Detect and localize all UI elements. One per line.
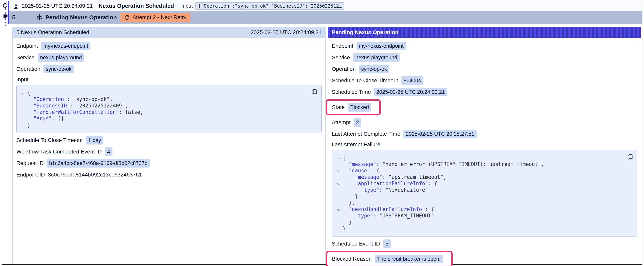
collapse-chevron-icon[interactable] [334, 180, 343, 185]
event-title: Nexus Operation Scheduled [99, 3, 174, 9]
code-line: "message": "upstream timeout", [334, 174, 625, 180]
field-label-attempt: Attempt [332, 119, 350, 126]
scheduled-event-panel: 5 Nexus Operation Scheduled 2025-02-25 U… [12, 27, 326, 265]
code-text: "Args": [] [27, 115, 64, 122]
code-gutter [19, 103, 27, 105]
code-text: "message": "upstream timeout", [343, 174, 446, 180]
code-line: } [334, 225, 625, 232]
fields-bottom: Scheduled Event ID5Blocked ReasonThe cir… [332, 239, 637, 266]
code-text: "type": "UPSTREAM_TIMEOUT" [343, 212, 434, 219]
field-value-scheduled-event-id: 5 [383, 239, 391, 248]
code-line: }, [334, 200, 625, 206]
field-label-scheduled-event-id: Scheduled Event ID [332, 241, 380, 247]
code-text: { [27, 90, 30, 96]
code-gutter [334, 193, 343, 195]
field-operation: Operationsync-op-ok [16, 65, 322, 73]
code-gutter [19, 115, 27, 118]
code-text: "nexusHandlerFailureInfo": { [343, 206, 434, 212]
field-label-endpoint: Endpoint [16, 43, 38, 49]
field-label-endpoint: Endpoint [332, 43, 354, 49]
code-text: } [343, 193, 358, 200]
field-value-blocked-reason: The circuit breaker is open. [375, 255, 443, 263]
fields-top: Endpointmy-nexus-endpointServicenexus-pl… [16, 42, 322, 73]
failure-json-viewer: { "message": "handler error (UPSTREAM_TI… [332, 150, 637, 236]
field-label-last-attempt-complete-time: Last Attempt Complete Time [332, 131, 400, 137]
field-label-blocked-reason: Blocked Reason [332, 256, 372, 262]
panel-title: Pending Nexus Operation [332, 29, 398, 36]
event-id-link[interactable]: 5 [14, 3, 18, 9]
field-value-endpoint-id[interactable]: 3c0c75ccfa8144b092c13ce632463761 [48, 172, 142, 178]
code-text: "type": "NexusFailure" [343, 187, 428, 193]
annotation-highlight-state: StateBlocked [326, 99, 381, 115]
code-line: } [334, 219, 625, 225]
collapse-chevron-icon[interactable] [334, 167, 343, 172]
code-text: { [343, 155, 346, 161]
retry-icon [124, 15, 130, 20]
field-label-schedule-to-close-timeout: Schedule To Close Timeout [332, 77, 398, 84]
code-line: { [19, 90, 310, 96]
field-label-endpoint-id: Endpoint ID [16, 172, 45, 178]
event-timestamp: 2025-02-25 UTC 20:24:09.21 [22, 3, 93, 9]
event-row-pending-nexus-operation[interactable]: 5 Pending Nexus Operation Attempt 2 • Ne… [9, 11, 642, 24]
field-value-endpoint: my-nexus-endpoint [356, 42, 406, 50]
field-attempt: Attempt2 [332, 118, 637, 127]
code-gutter [334, 219, 343, 221]
field-service: Servicenexus-playground [16, 53, 322, 62]
code-line: "HandlerWaitForCancellation": false, [19, 109, 310, 115]
code-text: } [27, 122, 30, 128]
collapse-chevron-icon[interactable] [334, 206, 343, 210]
field-value-service: nexus-playground [353, 53, 400, 62]
code-text: "applicationFailureInfo": { [343, 180, 437, 187]
last-attempt-failure-label: Last Attempt Failure [332, 141, 637, 148]
field-value-endpoint: my-nexus-endpoint [41, 42, 91, 50]
pending-operation-panel-body: Endpointmy-nexus-endpointServicenexus-pl… [328, 38, 641, 266]
workflow-event-history: 5 2025-02-25 UTC 20:24:09.21 Nexus Opera… [0, 0, 644, 266]
field-request-id: Request IDb1c6a4bc-8ee7-468a-9169-df3b02… [16, 159, 322, 167]
input-label: Input [182, 3, 193, 9]
code-text: "HandlerWaitForCancellation": false, [27, 109, 143, 115]
code-gutter [334, 200, 343, 202]
annotation-highlight-blocked-reason: Blocked ReasonThe circuit breaker is ope… [326, 251, 452, 266]
code-text: "message": "handler error (UPSTREAM_TIME… [343, 161, 544, 167]
timeline-node-open-icon [3, 3, 8, 8]
event-row-nexus-operation-scheduled[interactable]: 5 2025-02-25 UTC 20:24:09.21 Nexus Opera… [9, 1, 642, 11]
bottom-divider [2, 264, 642, 265]
scrollbar-track[interactable] [642, 1, 644, 266]
field-label-service: Service [332, 54, 350, 61]
copy-icon[interactable] [311, 89, 318, 96]
code-line: } [334, 193, 625, 200]
panel-title: 5 Nexus Operation Scheduled [16, 29, 89, 36]
field-scheduled-event-id: Scheduled Event ID5 [332, 239, 637, 248]
field-workflow-task-completed-event-id: Workflow Task Completed Event ID4 [16, 147, 322, 156]
field-endpoint-id: Endpoint ID3c0c75ccfa8144b092c13ce632463… [16, 170, 322, 179]
field-value-last-attempt-complete-time: 2025-02-25 UTC 20:25:27.51 [404, 130, 476, 138]
collapse-chevron-icon[interactable] [334, 155, 343, 159]
event-id-link[interactable]: 5 [12, 14, 16, 21]
code-line: "BusinessID": "20250225122409", [19, 103, 310, 109]
field-label-operation: Operation [332, 66, 356, 72]
pending-operation-panel-header: Pending Nexus Operation [328, 27, 641, 38]
field-operation: Operationsync-op-ok [332, 65, 637, 73]
code-line: "applicationFailureInfo": { [334, 180, 625, 187]
fields-top: Endpointmy-nexus-endpointServicenexus-pl… [332, 42, 637, 138]
copy-icon[interactable] [626, 153, 634, 161]
field-value-operation: sync-op-ok [359, 65, 389, 73]
code-line: "message": "handler error (UPSTREAM_TIME… [334, 161, 625, 167]
field-label-schedule-to-close-timeout: Schedule To Close Timeout [16, 137, 83, 143]
code-gutter [334, 161, 343, 163]
code-text: "Operation": "sync-op-ok", [27, 96, 113, 103]
field-service: Servicenexus-playground [332, 53, 637, 62]
code-line: "Operation": "sync-op-ok", [19, 96, 310, 103]
code-gutter [19, 96, 27, 98]
field-value-service: nexus-playground [38, 53, 84, 62]
code-gutter [19, 122, 27, 124]
field-endpoint: Endpointmy-nexus-endpoint [16, 42, 322, 50]
collapse-chevron-icon[interactable] [19, 90, 27, 94]
code-line: "type": "NexusFailure" [334, 187, 625, 193]
selected-event-indicator [8, 1, 9, 24]
field-value-attempt: 2 [354, 118, 361, 127]
field-state: StateBlocked [332, 99, 637, 115]
code-gutter [19, 109, 27, 111]
field-label-scheduled-time: Scheduled Time [332, 89, 371, 95]
code-line: "cause": { [334, 167, 625, 174]
